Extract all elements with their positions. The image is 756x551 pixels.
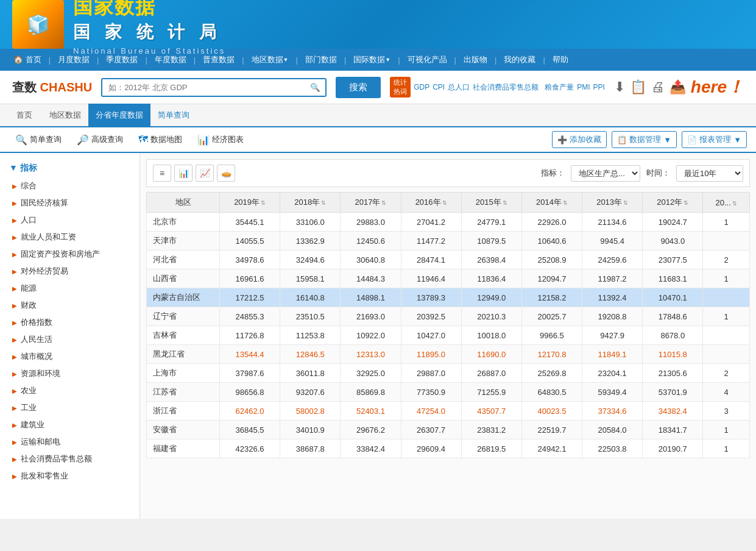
share-icon[interactable]: 📤 [669,79,686,95]
sidebar-item-2[interactable]: ▶人口 [0,212,140,229]
hot-word-cpi[interactable]: CPI [433,83,445,91]
cell-0-4: 24779.1 [461,213,521,232]
nbs-cn-title: 国 家 统 计 局 [73,21,225,44]
sidebar-item-3[interactable]: ▶就业人员和工资 [0,229,140,246]
nav-home[interactable]: 🏠 首页 [6,49,49,71]
data-mgmt-btn[interactable]: 📋 数据管理 ▼ [612,131,677,148]
col-region[interactable]: 地区 [147,193,220,213]
cell-2-4: 26398.4 [461,251,521,269]
col-year-2016年[interactable]: 2016年⇅ [401,193,461,213]
nav-annual[interactable]: 年度数据 [147,49,194,71]
indicator-select[interactable]: 地区生产总... [571,165,640,182]
col-year-2014年[interactable]: 2014年⇅ [521,193,582,213]
col-year-2012年[interactable]: 2012年⇅ [643,193,703,213]
cell-region-9: 江苏省 [147,383,220,402]
line-chart-view-btn[interactable]: 📈 [196,165,214,182]
hot-word-ppi[interactable]: PPI [593,83,605,91]
nav-region[interactable]: 地区数据 [244,49,296,71]
cell-region-11: 安徽省 [147,421,220,439]
sidebar-item-6[interactable]: ▶能源 [0,280,140,297]
nav-favorites[interactable]: 我的收藏 [496,49,543,71]
col-year-2019年[interactable]: 2019年⇅ [220,193,280,213]
col-year-2013年[interactable]: 2013年⇅ [582,193,643,213]
pie-chart-view-btn[interactable]: 🥧 [217,165,235,182]
sidebar-item-11[interactable]: ▶资源和环境 [0,365,140,382]
sidebar-item-4[interactable]: ▶固定资产投资和房地产 [0,246,140,263]
nav-visual[interactable]: 可视化产品 [400,49,454,71]
advanced-query-btn[interactable]: 🔎 高级查询 [71,131,129,149]
nav-quarterly[interactable]: 季度数据 [99,49,145,71]
hot-word-pmi[interactable]: PMI [577,83,590,91]
search-input[interactable] [102,79,305,96]
breadcrumb-simple-query[interactable]: 简单查询 [150,110,197,121]
add-bookmark-btn[interactable]: ➕ 添加收藏 [552,131,607,148]
cell-7-1: 12846.5 [280,345,341,364]
cell-3-6: 11987.2 [582,269,643,288]
sidebar: ▼ 指标 ▶综合▶国民经济核算▶人口▶就业人员和工资▶固定资产投资和房地产▶对外… [0,153,140,519]
sidebar-item-8[interactable]: ▶价格指数 [0,314,140,331]
table-row: 北京市35445.133106.029883.027041.224779.122… [147,213,750,232]
hot-word-grain[interactable]: 粮食产量 [545,82,574,93]
cell-2-5: 25208.9 [521,251,582,269]
breadcrumb-region[interactable]: 地区数据 [42,110,88,121]
nav-international[interactable]: 国际数据 [346,49,398,71]
cell-2-2: 30640.8 [341,251,401,269]
cell-3-8: 1 [703,269,750,288]
advanced-icon: 🔎 [77,134,89,146]
search-tool-icon: 🔍 [15,134,27,146]
sidebar-item-15[interactable]: ▶运输和邮电 [0,433,140,450]
search-button[interactable]: 搜索 [336,77,381,98]
economic-chart-btn[interactable]: 📊 经济图表 [191,131,250,149]
sidebar-arrow-6: ▶ [12,285,17,292]
sidebar-item-13[interactable]: ▶工业 [0,399,140,416]
sidebar-item-14[interactable]: ▶建筑业 [0,416,140,433]
nav-dept[interactable]: 部门数据 [298,49,344,71]
breadcrumb-home[interactable]: 首页 [9,110,40,121]
cell-region-12: 福建省 [147,439,220,458]
sidebar-item-9[interactable]: ▶人民生活 [0,331,140,348]
report-mgmt-btn[interactable]: 📄 报表管理 ▼ [682,131,747,148]
list-view-btn[interactable]: ≡ [153,165,171,182]
hot-word-population[interactable]: 总人口 [448,82,470,93]
sidebar-item-10[interactable]: ▶城市概况 [0,348,140,365]
nav-census[interactable]: 普查数据 [196,49,242,71]
cell-9-4: 71255.9 [461,383,521,402]
simple-query-btn[interactable]: 🔍 简单查询 [9,131,68,149]
col-year-2018年[interactable]: 2018年⇅ [280,193,341,213]
sidebar-item-5[interactable]: ▶对外经济贸易 [0,263,140,280]
sidebar-item-17[interactable]: ▶批发和零售业 [0,467,140,485]
hot-word-gdp[interactable]: GDP [414,83,429,91]
copy-icon[interactable]: 📋 [630,79,646,95]
time-select[interactable]: 最近10年 [676,165,743,182]
cell-7-4: 11690.0 [461,345,521,364]
nbs-branding: 国家数据 国 家 统 计 局 National Bureau of Statis… [73,0,225,55]
nav-publications[interactable]: 出版物 [456,49,495,71]
cell-6-4: 10018.0 [461,326,521,345]
cell-10-2: 52403.1 [341,402,401,421]
bar-chart-view-btn[interactable]: 📊 [174,165,193,182]
nav-help[interactable]: 帮助 [545,49,576,71]
sidebar-item-7[interactable]: ▶财政 [0,297,140,314]
col-year-20...[interactable]: 20...⇅ [703,193,750,213]
cell-6-5: 9966.5 [521,326,582,345]
col-year-2015年[interactable]: 2015年⇅ [461,193,521,213]
sidebar-label-1: 国民经济核算 [21,197,68,208]
sidebar-label-11: 资源和环境 [21,368,60,379]
col-year-2017年[interactable]: 2017年⇅ [341,193,401,213]
nav-monthly[interactable]: 月度数据 [51,49,97,71]
sidebar-item-1[interactable]: ▶国民经济核算 [0,194,140,212]
sidebar-item-16[interactable]: ▶社会消费品零售总额 [0,450,140,467]
sidebar-item-12[interactable]: ▶农业 [0,382,140,399]
print-icon[interactable]: 🖨 [651,79,665,95]
data-map-btn[interactable]: 🗺 数据地图 [132,131,188,148]
search-icon-button[interactable]: 🔍 [305,79,325,96]
cell-region-7: 黑龙江省 [147,345,220,364]
sidebar-arrow-2: ▶ [12,217,17,224]
sidebar-items: ▶综合▶国民经济核算▶人口▶就业人员和工资▶固定资产投资和房地产▶对外经济贸易▶… [0,177,140,485]
sidebar-arrow-8: ▶ [12,319,17,326]
hot-word-retail[interactable]: 社会消费品零售总额 [473,82,539,93]
sidebar-item-0[interactable]: ▶综合 [0,177,140,194]
table-row: 辽宁省24855.323510.521693.020392.520210.320… [147,307,750,326]
download-icon[interactable]: ⬇ [614,79,625,95]
cell-region-8: 上海市 [147,364,220,383]
